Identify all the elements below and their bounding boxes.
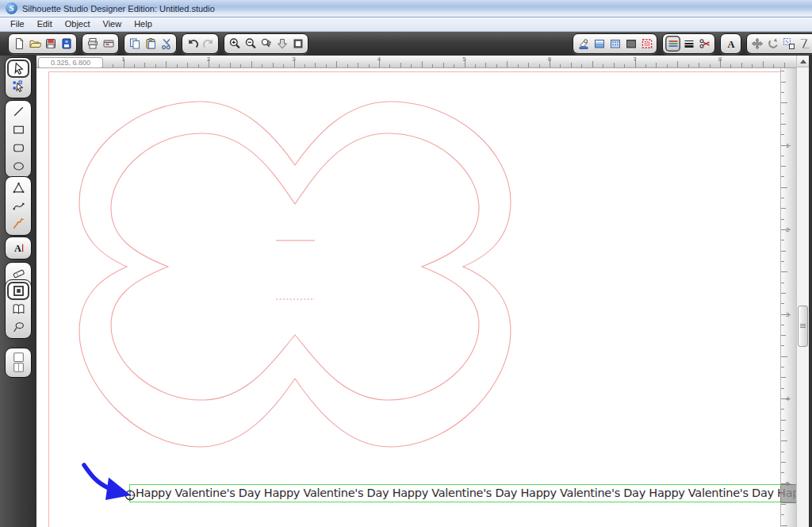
toolbar-group-output [82, 33, 119, 54]
up-arrow-icon [800, 60, 806, 63]
redo-icon [202, 37, 215, 50]
menu-object[interactable]: Object [59, 17, 97, 31]
paste-button[interactable] [143, 36, 158, 52]
undo-button[interactable] [185, 36, 200, 52]
ruler-tick [518, 64, 519, 67]
select-arrow-button[interactable] [7, 60, 29, 78]
toolbar-left-groups [8, 33, 308, 54]
ruler-tick [230, 63, 231, 67]
new-document-button[interactable] [11, 36, 26, 52]
shear-button[interactable] [797, 36, 812, 52]
menu-edit[interactable]: Edit [31, 17, 59, 31]
send-to-silhouette-button[interactable] [101, 36, 116, 52]
ruler-tick [781, 367, 784, 367]
design-store-button[interactable] [7, 318, 29, 337]
move-icon [751, 37, 764, 50]
line-style-icon [667, 37, 680, 50]
print-button[interactable] [85, 36, 100, 52]
fill-texture-button[interactable] [623, 36, 638, 52]
ruler-tick [781, 251, 786, 252]
text-tool-button[interactable]: A [7, 239, 29, 257]
ruler-tick [781, 335, 786, 336]
ruler-tick [781, 271, 787, 272]
drag-zoom-button[interactable] [259, 36, 274, 52]
line-style-button[interactable] [665, 36, 680, 52]
valentine-text-object[interactable]: Happy Valentine's Day Happy Valentine's … [130, 487, 801, 499]
vertical-scrollbar[interactable] [796, 56, 809, 527]
title-bar: S Silhouette Studio Designer Edition: Un… [0, 0, 812, 17]
scrollbar-thumb[interactable] [798, 306, 808, 347]
zoom-out-button[interactable] [243, 36, 258, 52]
ruler-tick [485, 63, 486, 67]
ruler-tick [781, 303, 784, 304]
fit-to-page-button[interactable] [290, 36, 305, 52]
cut-scissors-icon [160, 37, 173, 50]
ruler-tick [539, 64, 540, 67]
move-button[interactable] [749, 36, 764, 52]
freehand-tool-button[interactable] [7, 215, 29, 233]
menu-view[interactable]: View [97, 17, 128, 31]
toolbar-group-tools [5, 279, 32, 339]
library-button[interactable] [7, 300, 29, 318]
horizontal-ruler: 12345678 [36, 56, 796, 68]
ruler-tick [781, 82, 786, 83]
edit-points-button[interactable] [7, 78, 29, 96]
panels-view-icon [12, 352, 25, 374]
fill-pattern-icon [609, 37, 622, 50]
ruler-tick [781, 525, 787, 526]
toolbar-group-file [8, 33, 77, 54]
ruler-tick [581, 64, 582, 67]
shear-icon [799, 37, 811, 50]
ruler-tick [624, 64, 625, 67]
fill-gradient-button[interactable] [592, 36, 607, 52]
line-weight-button[interactable] [681, 36, 696, 52]
ruler-tick [283, 64, 284, 67]
ruler-tick [347, 64, 348, 67]
scale-button[interactable] [781, 36, 796, 52]
fill-gradient-icon [593, 37, 606, 50]
panels-view-button[interactable] [7, 350, 29, 375]
scroll-up-button[interactable] [797, 56, 809, 67]
text-selection-box[interactable]: Happy Valentine's Day Happy Valentine's … [129, 484, 801, 502]
ruler-tick [496, 64, 497, 67]
polygon-tool-button[interactable] [7, 179, 29, 197]
redo-button[interactable] [201, 36, 216, 52]
page-settings-button[interactable] [7, 282, 29, 300]
ruler-number: 4 [377, 56, 381, 63]
text-style-button[interactable]: A [723, 36, 738, 52]
ruler-tick [781, 504, 786, 505]
cut-edge-button[interactable] [639, 36, 654, 52]
fill-pattern-button[interactable] [607, 36, 622, 52]
save-button[interactable] [43, 36, 58, 52]
ruler-tick [677, 61, 678, 67]
pan-button[interactable] [274, 36, 289, 52]
ellipse-tool-button[interactable] [7, 157, 29, 175]
menu-file[interactable]: File [4, 17, 31, 31]
curve-tool-button[interactable] [7, 197, 29, 215]
fill-color-button[interactable] [576, 36, 591, 52]
ruler-tick [475, 64, 476, 67]
rounded-rectangle-tool-button[interactable] [7, 139, 29, 157]
menu-help[interactable]: Help [128, 17, 159, 31]
ruler-tick [144, 63, 145, 67]
zoom-in-button[interactable] [227, 36, 242, 52]
cut-scissors-button[interactable] [159, 36, 174, 52]
save-to-library-button[interactable] [59, 36, 74, 52]
ruler-tick [240, 64, 241, 67]
cut-style-button[interactable] [697, 36, 712, 52]
ruler-tick [411, 64, 412, 67]
copy-button[interactable] [127, 36, 142, 52]
design-shape-object[interactable] [75, 98, 519, 455]
line-tool-button[interactable] [7, 102, 29, 121]
ruler-tick [781, 430, 784, 431]
rectangle-tool-button[interactable] [7, 121, 29, 139]
design-canvas[interactable]: Happy Valentine's Day Happy Valentine's … [36, 56, 812, 527]
open-folder-button[interactable] [27, 36, 42, 52]
ruler-tick [781, 92, 784, 93]
line-weight-icon [683, 37, 695, 50]
ruler-number: 7 [633, 56, 636, 63]
ruler-tick [667, 64, 668, 67]
cut-style-icon [699, 37, 711, 50]
rotate-button[interactable] [765, 36, 780, 52]
curve-tool-icon [12, 199, 25, 213]
